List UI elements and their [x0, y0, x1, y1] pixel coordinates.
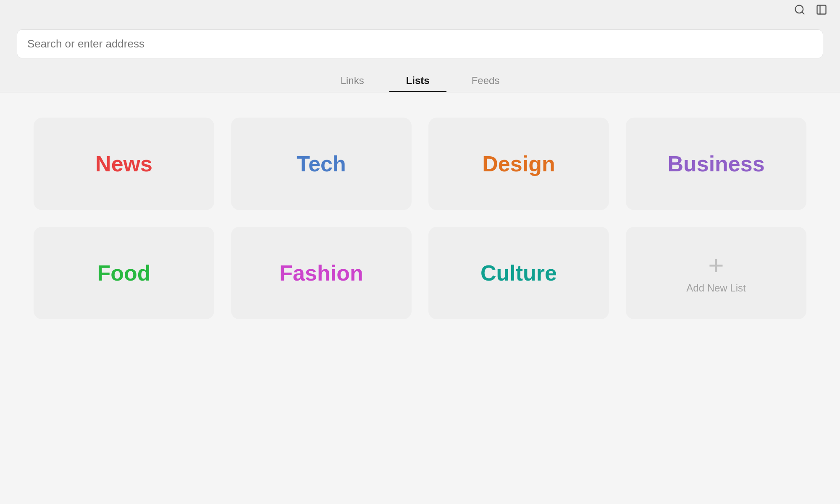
tab-lists[interactable]: Lists [389, 71, 446, 92]
add-new-list-label: Add New List [686, 282, 746, 294]
list-label-tech: Tech [297, 151, 346, 176]
svg-rect-2 [817, 5, 826, 14]
list-label-fashion: Fashion [279, 260, 363, 286]
tabs-area: Links Lists Feeds [0, 58, 840, 92]
list-card-news[interactable]: News [34, 118, 214, 210]
search-input-wrapper [17, 29, 823, 58]
search-bar-area [0, 21, 840, 58]
search-icon[interactable] [794, 4, 806, 17]
list-card-fashion[interactable]: Fashion [231, 227, 412, 319]
add-new-list-card[interactable]: + Add New List [626, 227, 806, 319]
svg-line-1 [802, 12, 804, 14]
top-bar [0, 0, 840, 21]
plus-icon: + [708, 252, 724, 279]
sidebar-icon[interactable] [816, 4, 827, 17]
list-label-food: Food [97, 260, 150, 286]
tab-links[interactable]: Links [324, 71, 381, 92]
lists-grid: News Tech Design Business Food Fashion C… [0, 92, 840, 344]
list-card-business[interactable]: Business [626, 118, 806, 210]
list-label-design: Design [482, 151, 555, 176]
list-card-tech[interactable]: Tech [231, 118, 412, 210]
list-card-culture[interactable]: Culture [428, 227, 609, 319]
tab-feeds[interactable]: Feeds [455, 71, 517, 92]
list-label-culture: Culture [480, 260, 557, 286]
list-card-design[interactable]: Design [428, 118, 609, 210]
list-label-business: Business [667, 151, 764, 176]
list-label-news: News [95, 151, 152, 176]
search-input[interactable] [27, 37, 813, 50]
list-card-food[interactable]: Food [34, 227, 214, 319]
